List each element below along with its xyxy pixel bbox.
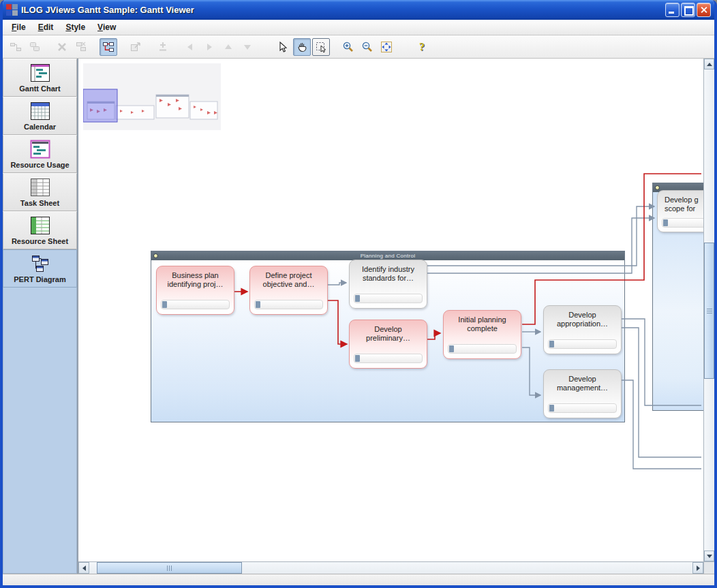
triangle-right-icon [697,566,700,571]
scroll-left-button[interactable] [78,562,89,574]
pan-hand-button[interactable] [293,38,311,56]
sidebar-item-resource-sheet[interactable]: Resource Sheet [3,211,77,249]
pert-diagram-canvas[interactable]: Planning and Control [78,59,703,561]
task-node-develop-scope[interactable]: Develop gscope for [657,190,703,232]
task-label-line1: Identify industry [350,265,427,274]
move-up-button[interactable] [219,38,237,56]
menu-file[interactable]: File [5,20,32,34]
sidebar-item-label: Gantt Chart [19,84,61,93]
pert-layout-icon [102,41,115,53]
calendar-icon [30,101,50,121]
vertical-scroll-thumb[interactable] [704,243,714,379]
task-progress-bar [254,300,323,309]
task-label-line2: identifying proj… [157,280,234,289]
task-label-line1: Develop g [665,196,703,204]
create-subgraph-icon [29,41,41,53]
view-switcher-sidebar: Gantt Chart Calendar Resource Usage Task… [3,59,78,574]
menu-view[interactable]: View [91,20,122,34]
task-node-define-project[interactable]: Define projectobjective and… [249,266,328,315]
task-node-develop-management[interactable]: Developmanagement… [543,369,622,418]
create-subgraph-button[interactable] [26,38,44,56]
fit-to-view-button[interactable] [378,38,395,56]
zoom-in-button[interactable] [339,38,357,56]
task-progress-chip [256,301,260,308]
create-link-button[interactable] [7,38,25,56]
overview-thumbnail [83,63,221,130]
pan-hand-icon [296,41,308,53]
delete-link-button[interactable] [72,38,90,56]
horizontal-scrollbar[interactable] [78,561,703,574]
task-label-line2: management… [544,384,621,392]
select-pointer-button[interactable] [274,38,292,56]
scroll-down-button[interactable] [704,551,714,561]
task-label-line2: objective and… [250,280,327,289]
zoom-select-button[interactable] [312,38,330,56]
close-button[interactable] [697,3,711,17]
task-label-line1: Define project [250,271,327,280]
vertical-scrollbar[interactable] [704,59,714,561]
arrow-down-icon [241,41,254,53]
task-label-line2: standards for… [350,274,427,283]
task-label-line1: Develop [350,325,427,334]
maximize-button[interactable] [681,3,695,17]
task-progress-chip [549,405,554,412]
select-pointer-icon [277,41,289,53]
task-node-develop-preliminary[interactable]: Developpreliminary… [349,320,427,369]
resource-usage-icon [30,139,50,159]
zoom-out-button[interactable] [358,38,376,56]
move-right-button[interactable] [200,38,218,56]
add-task-button[interactable] [154,38,172,56]
menu-style[interactable]: Style [59,20,91,34]
move-down-button[interactable] [239,38,256,56]
menu-edit[interactable]: Edit [32,20,60,34]
task-progress-chip [162,301,167,308]
sidebar-item-calendar[interactable]: Calendar [3,97,77,135]
properties-button[interactable] [127,38,144,56]
scrollbar-corner [704,561,714,574]
sidebar-item-resource-usage[interactable]: Resource Usage [3,135,77,173]
task-progress-bar [662,218,703,228]
menu-bar: File Edit Style View [3,20,714,35]
task-label-line2: appropriation… [544,320,621,328]
task-node-identify-industry[interactable]: Identify industrystandards for… [349,260,427,309]
title-bar[interactable]: ILOG JViews Gantt Sample: Gantt Viewer [3,0,714,20]
help-button[interactable]: ? [413,38,431,56]
gantt-chart-icon [30,63,50,83]
app-icon [6,4,18,16]
vertical-scroll-track[interactable] [704,69,714,551]
sidebar-item-label: Calendar [24,123,56,131]
task-progress-chip [355,295,360,302]
sidebar-item-pert-diagram[interactable]: PERT Diagram [3,249,77,288]
pert-layout-button[interactable] [100,38,117,56]
task-progress-bar [354,294,423,303]
delete-button[interactable] [53,38,71,56]
diagram-overview-minimap[interactable] [83,63,221,130]
delete-icon [56,41,68,53]
horizontal-scroll-thumb[interactable] [97,562,242,574]
triangle-left-icon [82,566,86,571]
task-progress-bar [354,354,423,363]
sidebar-item-task-sheet[interactable]: Task Sheet [3,173,77,211]
move-left-button[interactable] [181,38,199,56]
sidebar-item-label: Task Sheet [20,199,59,207]
minimize-button[interactable] [665,3,680,17]
task-progress-bar [548,339,617,349]
group-collapse-icon[interactable] [655,185,660,190]
task-label-line1: Develop [544,311,621,320]
fit-to-view-icon [380,41,393,53]
task-sheet-icon [30,177,50,198]
toolbar: ? [3,35,714,59]
scroll-right-button[interactable] [692,562,703,574]
task-progress-bar [548,403,617,413]
task-node-develop-appropriation[interactable]: Developappropriation… [543,305,622,354]
scroll-up-button[interactable] [704,59,714,69]
group-title: Planning and Control [151,253,624,259]
app-window: ILOG JViews Gantt Sample: Gantt Viewer F… [0,0,717,588]
horizontal-scroll-track[interactable] [89,562,692,574]
task-label-line2: scope for [665,204,703,213]
sidebar-item-gantt-chart[interactable]: Gantt Chart [3,59,77,97]
zoom-out-icon [361,41,373,53]
task-label-line1: Initial planning [444,315,521,324]
task-node-business-plan[interactable]: Business planidentifying proj… [156,266,234,315]
task-node-initial-planning[interactable]: Initial planningcomplete [443,310,521,359]
